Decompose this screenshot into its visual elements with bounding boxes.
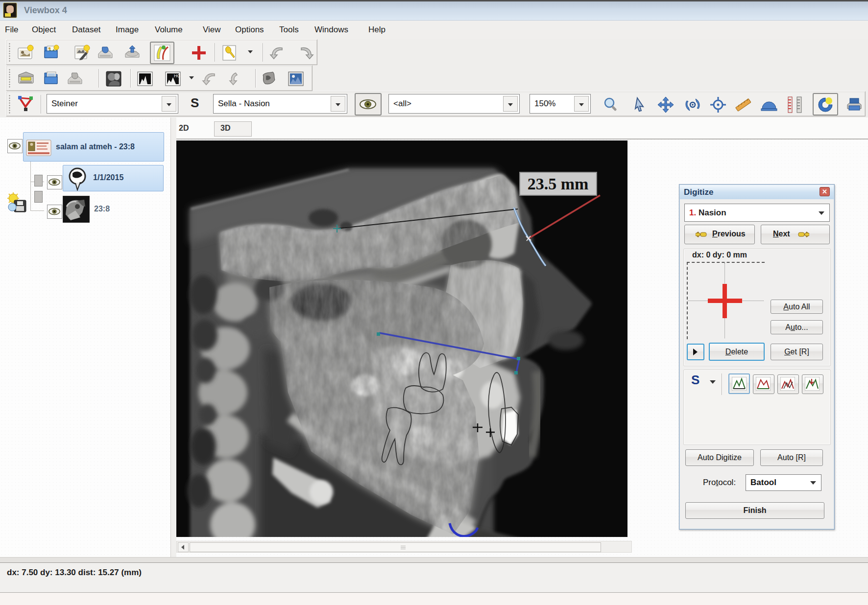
svg-text:HC: HC [174, 73, 180, 78]
svg-text:23.5 mm: 23.5 mm [528, 175, 589, 193]
